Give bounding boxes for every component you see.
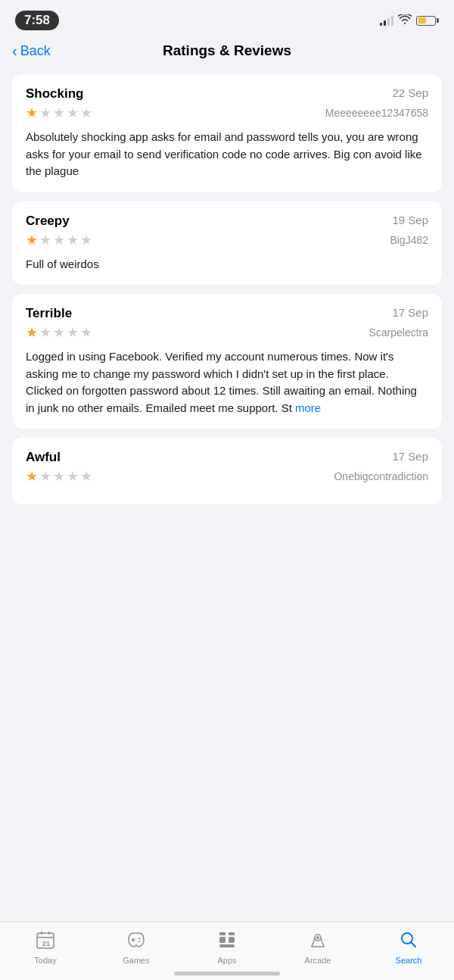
review-stars-4: ★ ★ ★ ★ ★: [26, 468, 92, 485]
review-date-3: 17 Sep: [392, 306, 428, 319]
review-header-3: Terrible 17 Sep: [26, 306, 428, 321]
star-1: ★: [26, 468, 38, 485]
review-card-4: Awful 17 Sep ★ ★ ★ ★ ★ Onebigcontradicti…: [12, 438, 442, 504]
wifi-icon: [398, 14, 412, 27]
review-stars-3: ★ ★ ★ ★ ★: [26, 324, 92, 341]
tab-apps[interactable]: Apps: [204, 930, 250, 965]
star-3: ★: [53, 232, 65, 248]
back-chevron-icon: ‹: [12, 43, 17, 58]
review-body-1: Absolutely shocking app asks for email a…: [26, 129, 428, 180]
star-3: ★: [53, 105, 65, 121]
review-header-4: Awful 17 Sep: [26, 450, 428, 465]
reviewer-name-3: Scarpelectra: [368, 326, 428, 339]
signal-icon: [380, 15, 393, 26]
review-header-2: Creepy 19 Sep: [26, 214, 428, 229]
review-card-3: Terrible 17 Sep ★ ★ ★ ★ ★ Scarpelectra L…: [12, 294, 442, 429]
star-1: ★: [26, 105, 38, 121]
star-4: ★: [67, 324, 79, 341]
star-1: ★: [26, 232, 38, 248]
home-indicator: [174, 972, 280, 975]
review-title-4: Awful: [26, 450, 61, 465]
status-icons: [380, 14, 439, 27]
today-icon: 21: [36, 930, 55, 953]
tab-search-label: Search: [396, 956, 422, 965]
more-link-3[interactable]: more: [295, 401, 321, 414]
review-date-2: 19 Sep: [392, 214, 428, 226]
star-5: ★: [80, 105, 92, 121]
review-stars-1: ★ ★ ★ ★ ★: [26, 105, 92, 121]
reviewer-name-1: Meeeeeeee12347658: [325, 107, 428, 119]
svg-rect-9: [219, 932, 225, 935]
tab-today[interactable]: 21 Today: [23, 930, 68, 965]
back-button[interactable]: ‹ Back: [12, 43, 51, 59]
tab-arcade[interactable]: Arcade: [295, 930, 340, 965]
svg-rect-3: [37, 937, 54, 938]
review-title-3: Terrible: [26, 306, 72, 321]
review-body-2: Full of weirdos: [26, 256, 428, 273]
reviewer-name-2: BigJ482: [390, 234, 428, 246]
svg-rect-10: [229, 932, 235, 935]
svg-point-13: [316, 936, 319, 939]
star-4: ★: [67, 105, 79, 121]
svg-rect-1: [41, 932, 42, 935]
svg-rect-8: [229, 937, 235, 943]
tab-today-label: Today: [34, 956, 56, 965]
page-title: Ratings & Reviews: [163, 42, 291, 59]
review-header-1: Shocking 22 Sep: [26, 86, 428, 101]
review-meta-1: ★ ★ ★ ★ ★ Meeeeeeee12347658: [26, 105, 428, 121]
tab-games[interactable]: Games: [114, 930, 159, 965]
star-5: ★: [80, 232, 92, 248]
star-2: ★: [39, 324, 51, 341]
review-title-1: Shocking: [26, 86, 84, 101]
tab-apps-label: Apps: [217, 956, 236, 965]
review-date-4: 17 Sep: [392, 450, 428, 463]
status-bar: 7:58: [0, 0, 454, 36]
star-2: ★: [39, 232, 51, 248]
star-3: ★: [53, 324, 65, 341]
back-label: Back: [20, 43, 51, 59]
review-meta-3: ★ ★ ★ ★ ★ Scarpelectra: [26, 324, 428, 341]
review-card-1: Shocking 22 Sep ★ ★ ★ ★ ★ Meeeeeeee12347…: [12, 74, 442, 192]
svg-rect-11: [219, 944, 235, 947]
nav-bar: ‹ Back Ratings & Reviews: [0, 36, 454, 68]
svg-point-6: [138, 941, 140, 942]
svg-rect-7: [219, 937, 225, 943]
status-time: 7:58: [15, 11, 59, 30]
star-5: ★: [80, 468, 92, 485]
games-icon: [126, 930, 146, 953]
arcade-icon: [308, 930, 328, 953]
svg-text:21: 21: [42, 940, 50, 947]
review-meta-2: ★ ★ ★ ★ ★ BigJ482: [26, 232, 428, 248]
star-3: ★: [53, 468, 65, 485]
reviewer-name-4: Onebigcontradiction: [334, 470, 428, 482]
search-icon: [399, 930, 418, 953]
review-stars-2: ★ ★ ★ ★ ★: [26, 232, 92, 248]
star-1: ★: [26, 324, 38, 341]
battery-icon: [416, 16, 439, 26]
reviews-list: Shocking 22 Sep ★ ★ ★ ★ ★ Meeeeeeee12347…: [0, 68, 454, 595]
star-5: ★: [80, 324, 92, 341]
tab-games-label: Games: [123, 956, 149, 965]
review-meta-4: ★ ★ ★ ★ ★ Onebigcontradiction: [26, 468, 428, 485]
review-date-1: 22 Sep: [392, 86, 428, 99]
review-body-3: Logged in using Facebook. Verified my ac…: [26, 348, 428, 417]
star-4: ★: [67, 468, 79, 485]
star-4: ★: [67, 232, 79, 248]
review-card-2: Creepy 19 Sep ★ ★ ★ ★ ★ BigJ482 Full of …: [12, 201, 442, 286]
apps-icon: [217, 930, 237, 953]
star-2: ★: [39, 468, 51, 485]
tab-arcade-label: Arcade: [305, 956, 331, 965]
review-title-2: Creepy: [26, 214, 70, 229]
svg-rect-2: [48, 932, 50, 935]
svg-point-5: [138, 938, 140, 939]
star-2: ★: [39, 105, 51, 121]
tab-search[interactable]: Search: [386, 930, 431, 965]
